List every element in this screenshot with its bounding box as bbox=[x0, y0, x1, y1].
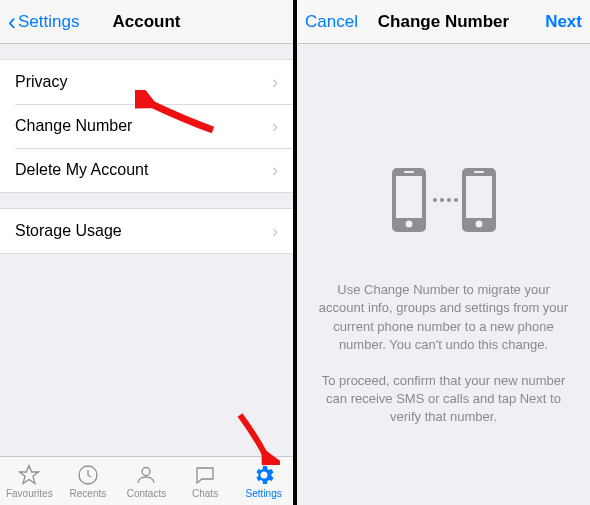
svg-rect-9 bbox=[404, 171, 414, 173]
tab-bar: Favourites Recents Contacts Chats Settin… bbox=[0, 456, 293, 505]
row-label: Delete My Account bbox=[15, 161, 148, 179]
row-label: Storage Usage bbox=[15, 222, 122, 240]
row-change-number[interactable]: Change Number › bbox=[0, 104, 293, 148]
tab-label: Chats bbox=[192, 488, 218, 499]
svg-marker-0 bbox=[20, 466, 39, 484]
nav-bar: ‹ Settings Account bbox=[0, 0, 293, 44]
info-paragraph-2: To proceed, confirm that your new number… bbox=[315, 372, 572, 427]
svg-rect-10 bbox=[474, 171, 484, 173]
chevron-right-icon: › bbox=[272, 221, 278, 242]
svg-point-7 bbox=[405, 221, 412, 228]
change-number-screen: Cancel Change Number Next bbox=[297, 0, 590, 505]
phones-illustration bbox=[384, 164, 504, 241]
back-button[interactable]: ‹ Settings bbox=[0, 0, 87, 43]
svg-point-14 bbox=[454, 198, 458, 202]
clock-icon bbox=[76, 463, 100, 487]
row-label: Change Number bbox=[15, 117, 132, 135]
row-delete-account[interactable]: Delete My Account › bbox=[0, 148, 293, 192]
row-storage-usage[interactable]: Storage Usage › bbox=[0, 209, 293, 253]
account-screen: ‹ Settings Account Privacy › Change Numb… bbox=[0, 0, 293, 505]
svg-point-12 bbox=[440, 198, 444, 202]
tab-label: Settings bbox=[246, 488, 282, 499]
tab-contacts[interactable]: Contacts bbox=[117, 457, 176, 505]
page-title: Change Number bbox=[378, 12, 509, 32]
settings-group-2: Storage Usage › bbox=[0, 208, 293, 254]
nav-bar: Cancel Change Number Next bbox=[297, 0, 590, 44]
next-button[interactable]: Next bbox=[537, 0, 590, 43]
row-privacy[interactable]: Privacy › bbox=[0, 60, 293, 104]
tab-label: Recents bbox=[70, 488, 107, 499]
svg-rect-6 bbox=[466, 176, 492, 218]
tab-label: Favourites bbox=[6, 488, 53, 499]
gear-icon bbox=[252, 463, 276, 487]
row-label: Privacy bbox=[15, 73, 67, 91]
svg-point-11 bbox=[433, 198, 437, 202]
chat-icon bbox=[193, 463, 217, 487]
svg-point-2 bbox=[142, 468, 150, 476]
info-paragraph-1: Use Change Number to migrate your accoun… bbox=[315, 281, 572, 354]
svg-point-13 bbox=[447, 198, 451, 202]
back-label: Settings bbox=[18, 12, 79, 32]
cancel-button[interactable]: Cancel bbox=[297, 0, 366, 43]
chevron-right-icon: › bbox=[272, 72, 278, 93]
tab-label: Contacts bbox=[127, 488, 166, 499]
svg-point-8 bbox=[475, 221, 482, 228]
next-label: Next bbox=[545, 12, 582, 32]
chevron-right-icon: › bbox=[272, 160, 278, 181]
tab-favourites[interactable]: Favourites bbox=[0, 457, 59, 505]
page-title: Account bbox=[113, 12, 181, 32]
svg-rect-5 bbox=[396, 176, 422, 218]
settings-group-1: Privacy › Change Number › Delete My Acco… bbox=[0, 59, 293, 193]
contact-icon bbox=[134, 463, 158, 487]
cancel-label: Cancel bbox=[305, 12, 358, 32]
star-icon bbox=[17, 463, 41, 487]
chevron-left-icon: ‹ bbox=[8, 10, 16, 34]
tab-recents[interactable]: Recents bbox=[59, 457, 118, 505]
tab-chats[interactable]: Chats bbox=[176, 457, 235, 505]
tab-settings[interactable]: Settings bbox=[234, 457, 293, 505]
content-body: Use Change Number to migrate your accoun… bbox=[297, 44, 590, 505]
chevron-right-icon: › bbox=[272, 116, 278, 137]
